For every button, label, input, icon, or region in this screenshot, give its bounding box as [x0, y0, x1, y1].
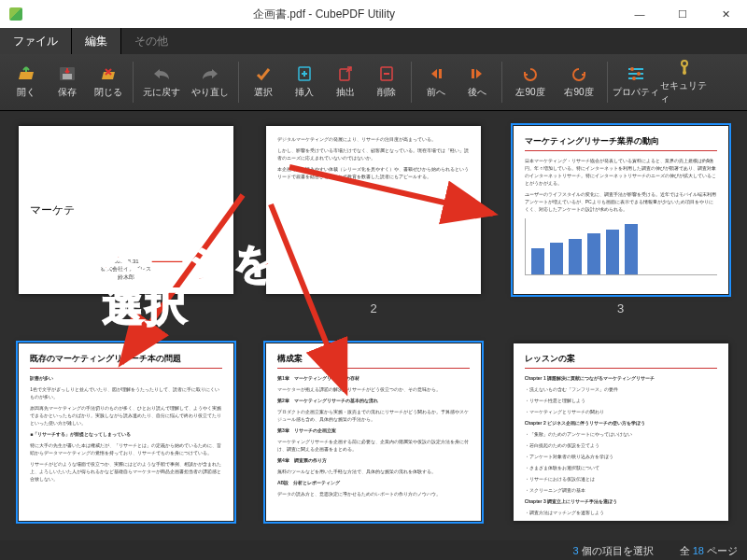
- prev-button[interactable]: 前へ: [416, 57, 457, 107]
- delete-button[interactable]: 削除: [366, 57, 407, 107]
- redo-button[interactable]: やり直し: [186, 57, 234, 107]
- svg-point-11: [637, 72, 641, 76]
- separator: [501, 62, 502, 103]
- separator: [133, 62, 134, 103]
- extract-button[interactable]: 抽出: [325, 57, 366, 107]
- minimize-button[interactable]: —: [618, 0, 661, 28]
- save-button[interactable]: 保存: [47, 57, 88, 107]
- page1-title: マーケテ: [30, 203, 75, 218]
- page1-meta: 2019.5.31 株式会社インプレス 鈴木郎: [19, 258, 233, 281]
- insert-button[interactable]: 挿入: [284, 57, 325, 107]
- page-number-3: 3: [617, 301, 624, 315]
- close-window-button[interactable]: ✕: [704, 0, 747, 28]
- page5-title: 構成案: [277, 353, 470, 369]
- page5-body: 第1章 マーケティングリサーチの存材マーケターが抱える課題の解決にリサーチがどう…: [277, 374, 470, 497]
- close-button[interactable]: 閉じる: [88, 57, 129, 107]
- properties-icon: [627, 65, 645, 82]
- open-button[interactable]: 開く: [6, 57, 47, 107]
- status-total: 全 18 ページ: [680, 544, 738, 558]
- menu-bar: ファイル 編集 その他: [0, 28, 747, 54]
- close-icon: [99, 65, 118, 82]
- page-thumb-3[interactable]: マーケティングリサーチ業界の動向 日本マーケティング・リサーチ協会が発表している…: [514, 126, 728, 294]
- rotate-right-icon: [570, 65, 588, 82]
- page-thumb-5[interactable]: 構成案 第1章 マーケティングリサーチの存材マーケターが抱える課題の解決にリサー…: [266, 343, 481, 521]
- properties-button[interactable]: プロパティ: [612, 57, 660, 107]
- title-bar: 企画書.pdf - CubePDF Utility — ☐ ✕: [0, 0, 747, 28]
- page3-body: 日本マーケティング・リサーチ協会が発表している資料によると、業界の売上規模は約9…: [525, 157, 717, 213]
- window-title: 企画書.pdf - CubePDF Utility: [30, 7, 618, 22]
- maximize-button[interactable]: ☐: [661, 0, 704, 28]
- save-icon: [58, 65, 77, 82]
- redo-icon: [201, 65, 219, 82]
- select-button[interactable]: 選択: [243, 57, 284, 107]
- page-cell-1: マーケテ 2019.5.31 株式会社インプレス 鈴木郎 1: [19, 126, 234, 315]
- status-bar: 3 個の項目を選択 全 18 ページ: [0, 540, 747, 560]
- svg-rect-6: [472, 69, 474, 78]
- separator: [238, 62, 239, 103]
- page-thumb-4[interactable]: 既存のマーケティングリサーチ本の問題 訳書が多い 1色で文字がぎっしりと並んでい…: [19, 343, 233, 521]
- svg-point-12: [632, 77, 636, 80]
- security-icon: [675, 59, 694, 76]
- undo-button[interactable]: 元に戻す: [137, 57, 186, 107]
- page-thumb-2[interactable]: デジタルマーケティングの発展により、リサーチの注目度が高まっている。 しかし、影…: [266, 126, 481, 294]
- workspace: マーケテ 2019.5.31 株式会社インプレス 鈴木郎 1 デジタルマーケティ…: [0, 111, 747, 540]
- chart-bar: [531, 248, 544, 274]
- rotate-left-button[interactable]: 左90度: [506, 57, 555, 107]
- page-number-2: 2: [370, 301, 376, 315]
- next-icon: [468, 65, 486, 82]
- page-cell-5: 構成案 第1章 マーケティングリサーチの存材マーケターが抱える課題の解決にリサー…: [266, 343, 482, 521]
- svg-point-10: [630, 67, 634, 71]
- menu-file[interactable]: ファイル: [0, 28, 72, 54]
- page2-body: デジタルマーケティングの発展により、リサーチの注目度が高まっている。 しかし、影…: [277, 135, 470, 180]
- chart-bar: [569, 239, 582, 274]
- svg-rect-1: [63, 74, 72, 79]
- prev-icon: [427, 65, 445, 82]
- select-icon: [254, 65, 273, 82]
- chart-bar: [625, 224, 638, 274]
- status-selected: 3 個の項目を選択: [572, 544, 653, 558]
- page-cell-6: レッスンの案 Chapter 1 課題解決に貢献につながるマーケティングリサーチ…: [513, 343, 728, 521]
- app-icon: [9, 7, 22, 21]
- toolbar: 開く 保存 閉じる 元に戻す やり直し 選択 挿入 抽出 削除 前へ 後へ 左9…: [0, 54, 747, 111]
- open-icon: [17, 65, 35, 82]
- extract-icon: [336, 65, 355, 82]
- page4-body: 訳書が多い 1色で文字がぎっしりと並んでいたり、図が理解をうたったりして、読者に…: [30, 374, 222, 483]
- menu-edit[interactable]: 編集: [72, 28, 121, 54]
- page-cell-3: マーケティングリサーチ業界の動向 日本マーケティング・リサーチ協会が発表している…: [513, 126, 728, 315]
- chart-bar: [550, 243, 563, 274]
- page3-chart: [525, 218, 717, 275]
- delete-icon: [377, 65, 396, 82]
- page-number-1: 1: [123, 301, 130, 315]
- page4-title: 既存のマーケティングリサーチ本の問題: [30, 353, 222, 369]
- page3-title: マーケティングリサーチ業界の動向: [525, 135, 717, 151]
- page6-body: Chapter 1 課題解決に貢献につながるマーケティングリサーチ ・洗えないも…: [525, 374, 717, 521]
- separator: [607, 62, 608, 103]
- page-thumb-1[interactable]: マーケテ 2019.5.31 株式会社インプレス 鈴木郎: [19, 126, 233, 294]
- thumbnail-grid: マーケテ 2019.5.31 株式会社インプレス 鈴木郎 1 デジタルマーケティ…: [0, 111, 747, 540]
- svg-rect-5: [439, 69, 442, 78]
- window-controls: — ☐ ✕: [618, 0, 747, 28]
- security-button[interactable]: セキュリティ: [660, 57, 709, 107]
- svg-point-15: [683, 71, 686, 75]
- next-button[interactable]: 後へ: [457, 57, 498, 107]
- undo-icon: [152, 65, 171, 82]
- insert-icon: [295, 65, 314, 82]
- chart-bar: [587, 233, 600, 274]
- svg-rect-8: [628, 73, 643, 75]
- page6-title: レッスンの案: [525, 353, 717, 369]
- page-thumb-6[interactable]: レッスンの案 Chapter 1 課題解決に貢献につながるマーケティングリサーチ…: [514, 343, 728, 521]
- menu-other[interactable]: その他: [121, 28, 181, 54]
- chart-bar: [606, 230, 619, 274]
- page-cell-4: 既存のマーケティングリサーチ本の問題 訳書が多い 1色で文字がぎっしりと並んでい…: [19, 343, 234, 521]
- page-cell-2: デジタルマーケティングの発展により、リサーチの注目度が高まっている。 しかし、影…: [266, 126, 482, 315]
- separator: [411, 62, 412, 103]
- rotate-left-icon: [521, 65, 540, 82]
- rotate-right-button[interactable]: 右90度: [555, 57, 603, 107]
